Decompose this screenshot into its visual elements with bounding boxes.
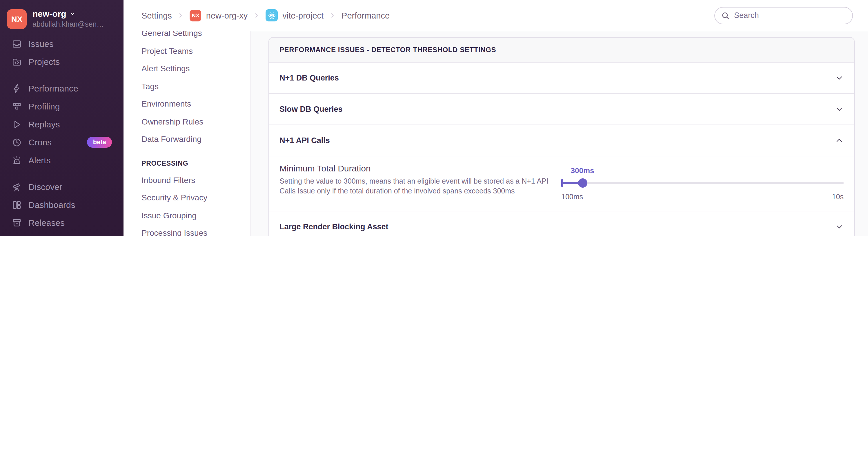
- react-icon: [266, 9, 278, 22]
- sidebar-item-label: Dashboards: [28, 200, 75, 210]
- settings-nav-item-environments[interactable]: Environments: [142, 95, 250, 113]
- sidebar-item-projects[interactable]: Projects: [5, 53, 119, 71]
- search-container: [714, 7, 853, 24]
- sidebar-item-profiling[interactable]: Profiling: [5, 97, 119, 115]
- sidebar-item-label: Alerts: [28, 155, 51, 165]
- slider-track[interactable]: [561, 182, 844, 184]
- breadcrumb-project[interactable]: vite-project: [266, 9, 323, 22]
- sidebar-item-label: Projects: [28, 57, 60, 67]
- sidebar-item-discover[interactable]: Discover: [5, 178, 119, 196]
- panel-title: PERFORMANCE ISSUES - DETECTOR THRESHOLD …: [269, 38, 854, 63]
- settings-nav: General Settings Project Teams Alert Set…: [124, 31, 250, 236]
- settings-nav-item-issue-grouping[interactable]: Issue Grouping: [142, 206, 250, 224]
- user-feedback-icon: [11, 235, 22, 236]
- org-switcher[interactable]: NX new-org abdullah.khan@sen…: [0, 6, 124, 29]
- chevron-down-icon: [835, 73, 844, 82]
- crons-icon: [11, 137, 22, 147]
- sidebar-nav: Issues Projects Performance Profiling: [0, 35, 124, 236]
- settings-nav-item-ownership-rules[interactable]: Ownership Rules: [142, 113, 250, 130]
- releases-icon: [11, 217, 22, 228]
- threshold-field-description: Setting the value to 300ms, means that a…: [279, 177, 552, 196]
- sidebar-item-dashboards[interactable]: Dashboards: [5, 196, 119, 214]
- settings-nav-item-data-forwarding[interactable]: Data Forwarding: [142, 130, 250, 148]
- settings-nav-section-processing: PROCESSING: [142, 155, 250, 171]
- org-badge: NX: [190, 9, 202, 21]
- discover-icon: [11, 181, 22, 192]
- slider-thumb[interactable]: [578, 178, 587, 188]
- sidebar-item-label: Issues: [28, 39, 54, 49]
- chevron-down-icon: [835, 105, 844, 113]
- org-user-email: abdullah.khan@sen…: [32, 20, 104, 29]
- slider-start-tick: [561, 179, 563, 187]
- sidebar-item-label: Replays: [28, 119, 60, 129]
- sidebar-item-label: Discover: [28, 182, 62, 192]
- sidebar-item-crons[interactable]: Crons beta: [5, 133, 119, 151]
- alerts-icon: [11, 155, 22, 165]
- projects-icon: [11, 57, 22, 67]
- n1-api-calls-expanded-settings: Minimum Total Duration Setting the value…: [269, 156, 854, 211]
- chevron-right-icon: [177, 11, 185, 19]
- breadcrumb-organization[interactable]: NX new-org-xy: [190, 9, 248, 21]
- breadcrumb-performance[interactable]: Performance: [342, 11, 390, 20]
- detector-row-n1-api-calls[interactable]: N+1 API Calls: [269, 125, 854, 156]
- chevron-right-icon: [253, 11, 260, 19]
- beta-badge: beta: [87, 137, 112, 148]
- sidebar-item-label: Releases: [28, 218, 65, 228]
- settings-nav-item-alert-settings[interactable]: Alert Settings: [142, 60, 250, 77]
- primary-sidebar: NX new-org abdullah.khan@sen… Issues Pro…: [0, 0, 124, 236]
- issues-icon: [11, 38, 22, 49]
- search-input[interactable]: [714, 7, 853, 24]
- app-window: NX new-org abdullah.khan@sen… Issues Pro…: [0, 0, 868, 236]
- chevron-down-icon: [69, 10, 76, 18]
- settings-nav-item-general-settings[interactable]: General Settings: [142, 31, 250, 42]
- sidebar-item-performance[interactable]: Performance: [5, 79, 119, 97]
- settings-nav-item-inbound-filters[interactable]: Inbound Filters: [142, 171, 250, 189]
- main-content: PERFORMANCE ISSUES - DETECTOR THRESHOLD …: [250, 31, 868, 236]
- settings-nav-item-security-privacy[interactable]: Security & Privacy: [142, 189, 250, 206]
- breadcrumb-settings[interactable]: Settings: [142, 11, 172, 20]
- settings-nav-item-processing-issues[interactable]: Processing Issues: [142, 224, 250, 236]
- sidebar-item-releases[interactable]: Releases: [5, 214, 119, 232]
- dashboards-icon: [11, 200, 22, 210]
- replays-icon: [11, 119, 22, 129]
- sidebar-item-label: Crons: [28, 137, 52, 147]
- slider-value-label: 300ms: [571, 166, 594, 175]
- chevron-up-icon: [835, 136, 844, 145]
- sidebar-item-label: User Feedback: [28, 236, 87, 236]
- org-avatar: NX: [7, 9, 27, 29]
- profiling-icon: [11, 101, 22, 111]
- sidebar-item-alerts[interactable]: Alerts: [5, 151, 119, 169]
- detector-row-slow-db-queries[interactable]: Slow DB Queries: [269, 94, 854, 125]
- slider-min-label: 100ms: [561, 193, 583, 201]
- performance-icon: [11, 83, 22, 94]
- chevron-down-icon: [835, 223, 844, 231]
- detector-row-large-render-blocking-asset[interactable]: Large Render Blocking Asset: [269, 211, 854, 236]
- threshold-field-label: Minimum Total Duration: [279, 163, 552, 173]
- detector-row-n1-db-queries[interactable]: N+1 DB Queries: [269, 63, 854, 94]
- sidebar-item-label: Performance: [28, 83, 78, 93]
- sidebar-item-label: Profiling: [28, 101, 60, 111]
- duration-slider[interactable]: 300ms: [561, 178, 844, 188]
- search-icon: [721, 11, 730, 20]
- org-meta: new-org abdullah.khan@sen…: [32, 8, 104, 29]
- breadcrumb: Settings NX new-org-xy vite-project Perf…: [142, 9, 390, 22]
- sidebar-item-user-feedback[interactable]: User Feedback: [5, 232, 119, 236]
- detector-settings-panel: PERFORMANCE ISSUES - DETECTOR THRESHOLD …: [269, 37, 855, 236]
- org-name: new-org: [32, 8, 66, 20]
- slider-max-label: 10s: [832, 193, 844, 201]
- chevron-right-icon: [329, 11, 336, 19]
- settings-nav-item-project-teams[interactable]: Project Teams: [142, 42, 250, 60]
- topbar: Settings NX new-org-xy vite-project Perf…: [124, 0, 868, 31]
- sidebar-item-issues[interactable]: Issues: [5, 35, 119, 53]
- sidebar-item-replays[interactable]: Replays: [5, 115, 119, 133]
- settings-nav-item-tags[interactable]: Tags: [142, 77, 250, 95]
